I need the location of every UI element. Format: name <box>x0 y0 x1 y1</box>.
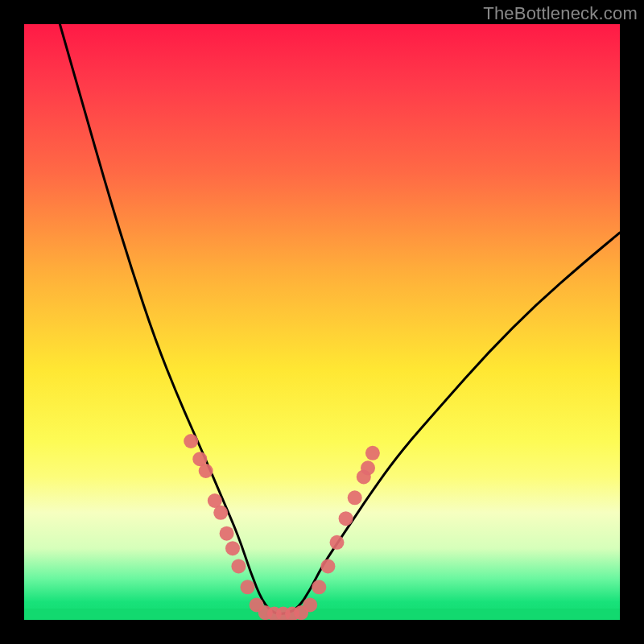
marker-dot <box>339 511 353 526</box>
marker-dot <box>365 446 380 460</box>
marker-dot <box>220 526 234 541</box>
curve-layer <box>24 24 620 620</box>
bottleneck-curve <box>60 24 620 614</box>
marker-dot <box>330 535 345 550</box>
watermark-text: TheBottleneck.com <box>483 3 638 24</box>
chart-frame: TheBottleneck.com <box>0 0 644 644</box>
marker-dot <box>361 460 375 475</box>
marker-dot <box>184 434 198 448</box>
marker-dot <box>241 580 255 594</box>
marker-dot <box>225 541 240 555</box>
plot-area <box>24 24 620 620</box>
marker-dot <box>320 559 335 573</box>
marker-dot <box>312 580 326 594</box>
marker-dot <box>213 506 228 520</box>
marker-dot <box>199 464 213 478</box>
marker-dot <box>231 559 246 573</box>
marker-dot <box>348 490 362 505</box>
marker-group <box>184 434 380 620</box>
marker-dot <box>303 598 317 613</box>
